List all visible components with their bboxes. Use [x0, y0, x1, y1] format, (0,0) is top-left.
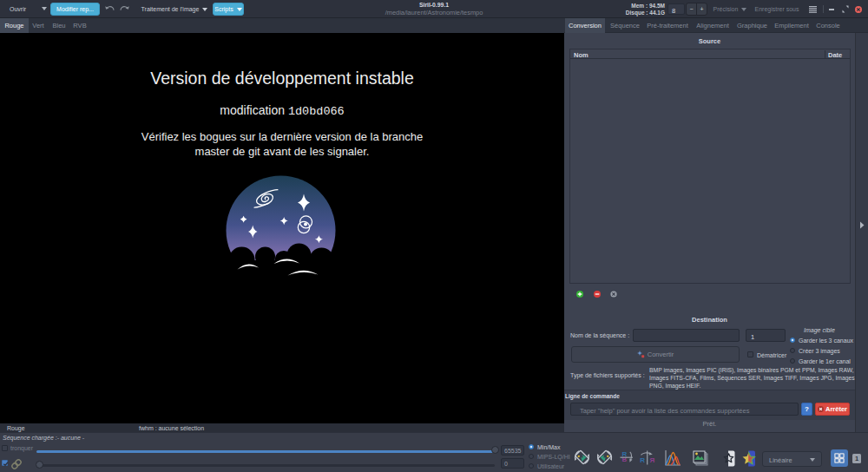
svg-text:R: R: [649, 456, 654, 464]
svg-text:R: R: [640, 456, 645, 464]
